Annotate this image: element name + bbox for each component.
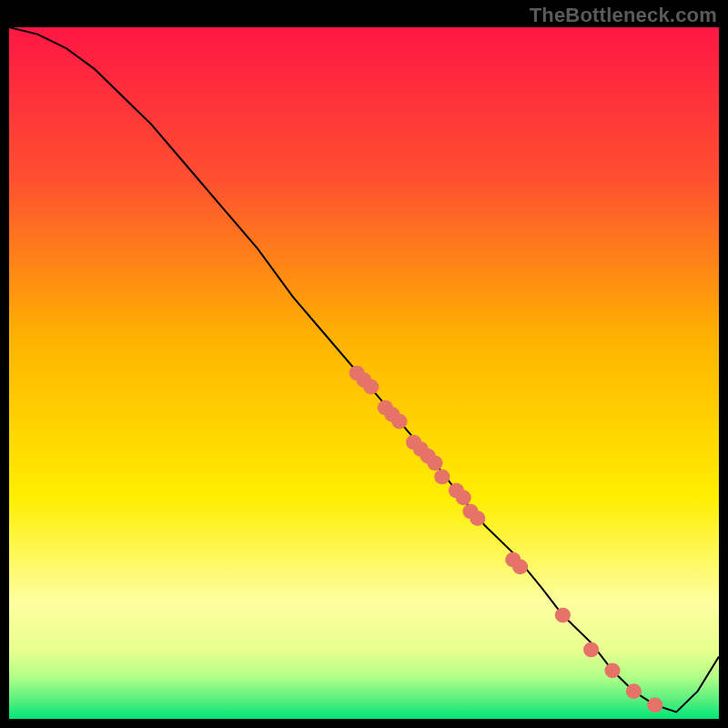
data-point — [434, 470, 450, 485]
data-point — [626, 683, 642, 699]
data-point — [427, 455, 442, 470]
data-points — [349, 366, 663, 713]
data-point — [647, 697, 662, 713]
data-point — [604, 662, 620, 678]
data-point — [391, 414, 407, 430]
data-point — [470, 511, 485, 526]
bottleneck-curve — [9, 27, 719, 712]
chart-svg — [9, 27, 719, 719]
data-point — [456, 490, 471, 505]
watermark-text: TheBottleneck.com — [530, 4, 717, 27]
chart-frame: TheBottleneck.com — [0, 0, 728, 728]
data-point — [583, 642, 599, 658]
data-point — [363, 379, 379, 395]
data-point — [512, 559, 528, 574]
data-point — [555, 608, 571, 623]
plot-area — [9, 27, 719, 719]
